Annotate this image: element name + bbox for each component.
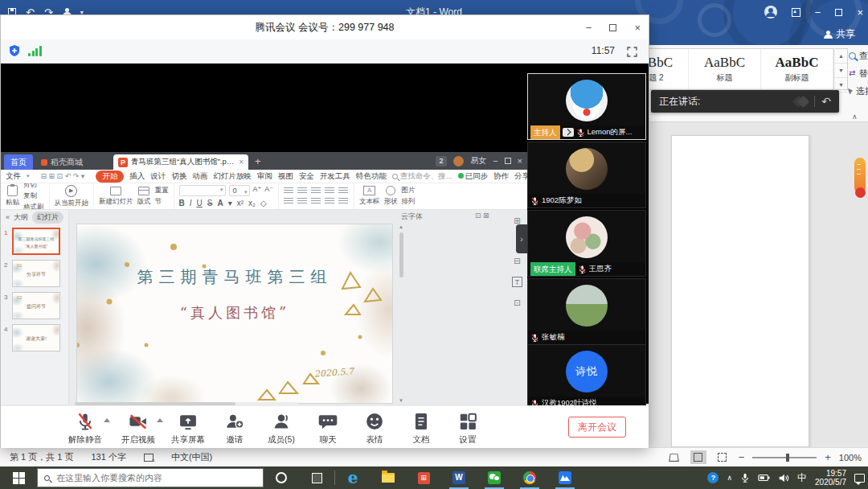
share-screen-button[interactable]: 共享屏幕: [165, 412, 211, 446]
wps-tab-transition[interactable]: 切换: [171, 171, 186, 182]
font-size-select[interactable]: 0: [229, 185, 250, 196]
wps-tab-view[interactable]: 视图: [278, 171, 293, 182]
zoom-level[interactable]: 100%: [839, 453, 862, 462]
account-avatar[interactable]: [764, 6, 777, 18]
ribbon-display-options-icon[interactable]: [792, 8, 800, 17]
share-button[interactable]: 共享: [824, 27, 855, 41]
slide-thumbnail-2[interactable]: 2 01 分享环节: [12, 260, 65, 287]
slide-thumbnail-1[interactable]: 1 第三期青马班第三组 “真人图书馆”: [12, 228, 65, 255]
zoom-in-icon[interactable]: +: [825, 451, 831, 463]
members-button[interactable]: 成员(5): [258, 412, 305, 446]
wps-restore-icon[interactable]: [505, 158, 511, 164]
fullscreen-icon[interactable]: [627, 47, 637, 57]
new-tab-icon[interactable]: +: [255, 154, 261, 170]
taskbar-word[interactable]: W: [441, 466, 477, 489]
textbox-button[interactable]: A文本框: [359, 186, 380, 207]
battery-tray-icon[interactable]: [758, 473, 770, 483]
taskbar-file-explorer[interactable]: [371, 466, 406, 489]
web-layout-icon[interactable]: [714, 450, 731, 464]
taskbar-store[interactable]: ⊞: [406, 466, 441, 489]
font-format-buttons[interactable]: BIUSA▾ x²x₂◇: [179, 199, 267, 208]
shrink-font-icon[interactable]: A⁻: [264, 185, 273, 196]
wps-tab-features[interactable]: 特色功能: [356, 171, 387, 182]
docs-button[interactable]: 文档: [398, 412, 444, 446]
styles-gallery-scroll[interactable]: ▲ ▼ ▼: [835, 48, 848, 90]
word-restore-icon[interactable]: [835, 9, 842, 16]
scroll-up-icon[interactable]: ▲: [398, 224, 404, 229]
slide-vertical-scrollbar[interactable]: ▲ ▼: [398, 224, 404, 403]
start-button[interactable]: [0, 466, 37, 489]
security-shield-icon[interactable]: [8, 44, 21, 58]
paragraph-group[interactable]: [279, 183, 354, 209]
wps-user-avatar[interactable]: [453, 156, 464, 166]
current-slide[interactable]: 第三期青马班第三组 “真人图书馆” 2020.5.7: [77, 224, 392, 403]
picture-button[interactable]: 图片: [402, 186, 416, 195]
format-painter-button[interactable]: 格式刷: [23, 203, 44, 210]
wps-user-name[interactable]: 易女: [470, 155, 486, 166]
wps-tab-review[interactable]: 审阅: [257, 171, 272, 182]
wps-tab-slideshow[interactable]: 幻灯片放映: [213, 171, 252, 182]
mic-options-icon[interactable]: [104, 418, 110, 422]
scroll-down-icon[interactable]: ▼: [398, 398, 404, 403]
meeting-minimize-icon[interactable]: −: [586, 23, 592, 33]
language-indicator[interactable]: 中文(中国): [171, 451, 212, 463]
word-close-icon[interactable]: ×: [857, 7, 863, 18]
new-slide-button[interactable]: 新建幻灯片: [99, 187, 133, 207]
word-count[interactable]: 131 个字: [91, 451, 125, 463]
scrollbar-thumb[interactable]: [399, 232, 403, 277]
leave-meeting-button[interactable]: 离开会议: [568, 417, 626, 438]
wps-tab-security[interactable]: 安全: [299, 171, 314, 182]
page-indicator[interactable]: 第 1 页，共 1 页: [10, 451, 73, 463]
zoom-slider[interactable]: [752, 457, 817, 458]
style-subtitle[interactable]: AaBbC 副标题: [761, 49, 833, 89]
slide-thumbnail-4[interactable]: 4 谢谢大家!: [12, 324, 65, 351]
wps-collab-button[interactable]: 协作: [493, 171, 509, 182]
cortana-button[interactable]: [264, 466, 299, 489]
read-mode-icon[interactable]: [666, 450, 682, 464]
zoom-out-icon[interactable]: −: [739, 451, 745, 463]
tab-close-icon[interactable]: ×: [239, 158, 244, 166]
taskbar-tencent-meeting[interactable]: [547, 466, 583, 489]
wps-home-tab[interactable]: 首页: [4, 154, 33, 170]
copy-button[interactable]: 复制: [23, 191, 37, 201]
collapse-ribbon-icon[interactable]: ∧: [852, 113, 858, 121]
grow-font-icon[interactable]: A⁺: [253, 185, 262, 196]
wps-file-menu[interactable]: 文件: [6, 171, 21, 182]
print-layout-icon[interactable]: [690, 450, 706, 464]
wps-tab-devtools[interactable]: 开发工具: [320, 171, 350, 182]
layout-button[interactable]: 版式: [137, 187, 151, 207]
shape-button[interactable]: 形状: [384, 186, 398, 207]
slide-thumbnail-3[interactable]: 3 02 提问环节: [12, 292, 65, 319]
participant-tile[interactable]: 1902陈梦如: [527, 142, 646, 208]
help-tray-icon[interactable]: ?: [707, 472, 719, 483]
slide-area-icons[interactable]: ⊡ ⊠: [475, 212, 489, 220]
wps-quick-icons[interactable]: ⊟ ⊞ ⊡ ↶ ↷ ▾: [41, 172, 85, 180]
slides-tab[interactable]: 幻灯片: [32, 212, 63, 224]
volume-tray-icon[interactable]: [778, 473, 789, 483]
meeting-close-icon[interactable]: ×: [634, 23, 641, 33]
meeting-maximize-icon[interactable]: [609, 24, 616, 31]
start-video-button[interactable]: 开启视频: [112, 412, 165, 446]
cut-button[interactable]: 剪切: [23, 183, 37, 190]
find-button[interactable]: 查找 ▾: [849, 47, 868, 64]
wps-store-tab[interactable]: 稻壳商城: [33, 154, 91, 170]
participant-tile[interactable]: 张敏楠: [527, 278, 646, 345]
paste-button[interactable]: 粘贴: [6, 185, 19, 208]
wps-tab-animation[interactable]: 动画: [192, 171, 207, 182]
task-view-button[interactable]: [299, 466, 334, 489]
play-from-current-button[interactable]: ▶从当前开始: [55, 185, 89, 208]
replace-button[interactable]: ⇄ 替换: [849, 64, 868, 82]
zoom-slider-thumb[interactable]: [786, 454, 789, 462]
taskbar-clock[interactable]: 19:57 2020/5/7: [815, 469, 846, 487]
invite-button[interactable]: 邀请: [211, 412, 258, 446]
wps-tab-home[interactable]: 开始: [96, 171, 124, 183]
mic-tray-icon[interactable]: [740, 472, 750, 483]
styles-scroll-down-icon[interactable]: ▼: [835, 64, 847, 78]
return-to-meeting-icon[interactable]: ↶: [821, 96, 831, 107]
tray-expand-icon[interactable]: ∧: [727, 474, 732, 482]
message-count-badge[interactable]: 2: [436, 156, 447, 166]
emoji-button[interactable]: 表情: [351, 412, 398, 446]
taskbar-edge[interactable]: e: [335, 466, 371, 489]
style-title[interactable]: AaBbC 标题: [689, 49, 761, 89]
participant-tile-host[interactable]: 主持人 Lemon的屏...: [527, 73, 646, 140]
